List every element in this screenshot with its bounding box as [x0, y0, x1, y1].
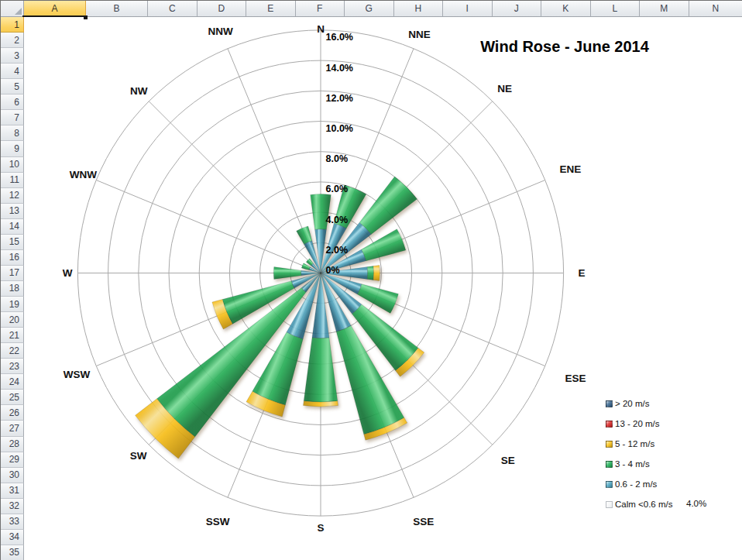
legend-item-13-20[interactable]: 13 - 20 m/s [606, 414, 741, 434]
petal-N[interactable] [311, 194, 331, 273]
petal-segment-S[interactable] [304, 338, 338, 402]
legend-swatch-13-20 [606, 421, 613, 428]
radial-tick-14.0%[interactable]: 14.0% [326, 63, 353, 74]
legend-item-0.6-2[interactable]: 0.6 - 2 m/s [606, 474, 741, 494]
radial-tick-16.0%[interactable]: 16.0% [326, 32, 353, 43]
legend-swatch-calm [606, 501, 613, 508]
direction-label-NE[interactable]: NE [497, 83, 512, 94]
petal-S[interactable] [303, 273, 338, 407]
direction-label-WNW[interactable]: WNW [70, 169, 97, 180]
radial-tick-10.0%[interactable]: 10.0% [326, 123, 353, 134]
direction-label-SSE[interactable]: SSE [413, 516, 434, 527]
calm-percentage-value: 4.0% [686, 499, 706, 508]
chart-title[interactable]: Wind Rose - June 2014 [463, 38, 666, 56]
radial-tick-8.0%[interactable]: 8.0% [326, 153, 349, 164]
excel-sheet-frame: ABCDEFGHIJKLMN 1234567891011121314151617… [0, 0, 742, 560]
direction-label-SE[interactable]: SE [501, 455, 515, 466]
direction-label-S[interactable]: S [317, 522, 324, 534]
legend-label: 0.6 - 2 m/s [615, 479, 657, 489]
direction-label-SW[interactable]: SW [130, 450, 147, 462]
petal-segment-NNW[interactable] [297, 226, 312, 244]
direction-label-NNE[interactable]: NNE [408, 29, 431, 40]
legend-item-5-12[interactable]: 5 - 12 m/s [606, 434, 741, 454]
radial-tick-6.0%[interactable]: 6.0% [326, 184, 349, 194]
direction-label-WSW[interactable]: WSW [64, 369, 91, 380]
legend-item-calm[interactable]: Calm <0.6 m/s4.0% [606, 494, 741, 514]
direction-label-NW[interactable]: NW [130, 85, 148, 97]
legend-swatch-5-12 [606, 441, 613, 448]
direction-label-W[interactable]: W [63, 267, 73, 279]
legend-label: > 20 m/s [615, 399, 649, 408]
radial-tick-2.0%[interactable]: 2.0% [326, 245, 349, 256]
radial-tick-12.0%[interactable]: 12.0% [326, 93, 353, 104]
petal-W[interactable] [273, 267, 321, 280]
petal-segment-E[interactable] [373, 266, 380, 281]
legend-item-3-4[interactable]: 3 - 4 m/s [606, 454, 741, 474]
legend-swatch-3-4 [606, 461, 613, 468]
petal-segment-S[interactable] [312, 273, 329, 338]
legend-swatch-0.6-2 [606, 481, 613, 488]
petal-segment-W[interactable] [273, 267, 301, 280]
direction-label-E[interactable]: E [578, 267, 585, 279]
legend-label: 13 - 20 m/s [615, 419, 660, 428]
chart-legend: > 20 m/s13 - 20 m/s5 - 12 m/s3 - 4 m/s0.… [606, 393, 741, 514]
legend-label: 5 - 12 m/s [615, 439, 654, 448]
direction-label-N[interactable]: N [317, 23, 325, 35]
grid-spoke-WNW [96, 180, 321, 273]
direction-label-ESE[interactable]: ESE [565, 373, 586, 384]
legend-item-gt20[interactable]: > 20 m/s [606, 393, 741, 414]
petal-segment-E[interactable] [367, 266, 373, 280]
grid-spoke-NW [149, 101, 321, 273]
direction-label-ENE[interactable]: ENE [560, 163, 582, 175]
direction-label-NNW[interactable]: NNW [208, 26, 233, 37]
radial-tick-4.0%[interactable]: 4.0% [326, 215, 349, 225]
legend-swatch-gt20 [606, 400, 613, 407]
legend-label: Calm <0.6 m/s [615, 500, 672, 509]
radial-tick-0%[interactable]: 0% [326, 265, 340, 276]
legend-label: 3 - 4 m/s [615, 459, 650, 469]
direction-label-SSW[interactable]: SSW [206, 516, 230, 527]
